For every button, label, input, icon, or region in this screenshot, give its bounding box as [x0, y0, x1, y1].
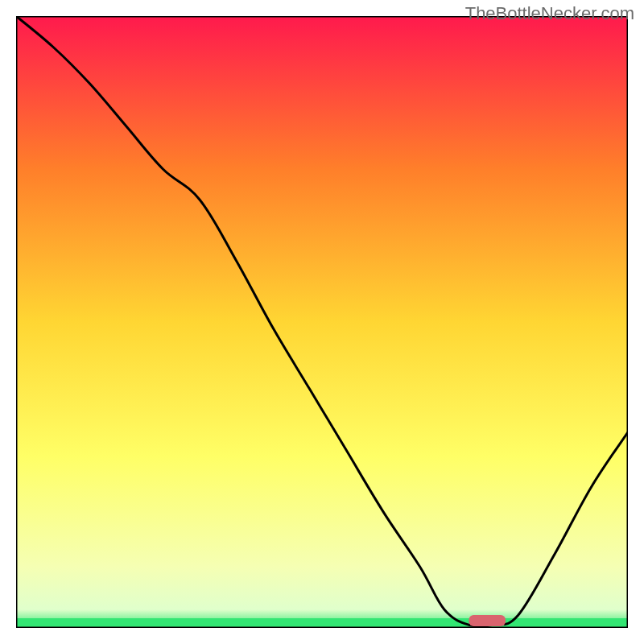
chart-container: TheBottleNecker.com — [0, 0, 644, 644]
gradient-background — [16, 16, 628, 628]
plot-area — [16, 16, 628, 628]
green-baseline-band — [16, 618, 628, 628]
optimum-marker — [469, 615, 506, 626]
watermark-text: TheBottleNecker.com — [465, 3, 634, 24]
chart-svg — [16, 16, 628, 628]
